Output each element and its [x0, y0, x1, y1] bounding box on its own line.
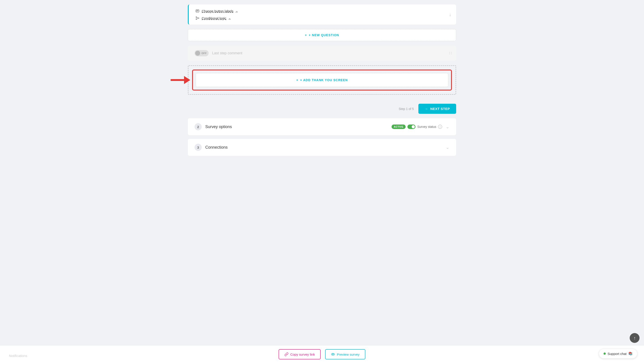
svg-point-9 [332, 354, 334, 355]
step-footer: Step 1 of 5 → NEXT STEP [188, 101, 456, 118]
toggle-label: OFF [202, 52, 207, 54]
svg-point-3 [196, 17, 196, 17]
red-arrow [170, 76, 190, 84]
last-step-drag-icon: ∷ [449, 51, 452, 56]
thank-you-section: + + ADD THANK YOU SCREEN [188, 65, 456, 95]
add-thank-you-label: + ADD THANK YOU SCREEN [300, 78, 348, 82]
survey-options-card[interactable]: 2 Survey options ACTIVE Survey status i … [188, 118, 456, 135]
svg-line-7 [196, 18, 198, 19]
preview-button[interactable]: Preview survey [325, 349, 366, 360]
survey-status-row: ACTIVE Survey status i [392, 124, 442, 129]
conditional-logic-row[interactable]: Conditional logic ⌄ [196, 16, 450, 20]
chevron-icon-2: ⌄ [228, 16, 231, 20]
svg-point-4 [196, 19, 196, 19]
label-icon [196, 9, 200, 13]
step-info: Step 1 of 5 [399, 107, 414, 111]
section-number-3: 3 [194, 144, 202, 151]
section-chevron-2: ⌄ [446, 124, 450, 129]
change-button-labels-row[interactable]: Change button labels ⌄ [196, 9, 450, 13]
options-card: Change button labels ⌄ Conditional logic… [188, 4, 456, 24]
add-thank-you-button[interactable]: + + ADD THANK YOU SCREEN [196, 73, 448, 87]
section-chevron-3: ⌄ [446, 145, 450, 150]
last-step-placeholder: Last step comment [212, 51, 242, 55]
eye-icon [331, 352, 335, 356]
plus-icon: + [305, 33, 307, 37]
info-icon[interactable]: i [438, 125, 442, 129]
scroll-top-button[interactable]: ↑ [630, 333, 640, 343]
support-chat-label: Support chat [608, 352, 626, 356]
support-emoji: 📚 [628, 352, 632, 356]
active-badge: ACTIVE [392, 124, 406, 129]
bottom-bar: Notifications Copy survey link Preview s… [0, 345, 644, 363]
svg-line-6 [196, 17, 198, 18]
new-question-label: + NEW QUESTION [309, 33, 339, 37]
plus-icon-2: + [296, 78, 298, 82]
connections-title: Connections [205, 145, 442, 150]
change-button-labels-text: Change button labels [202, 9, 234, 13]
drag-handle: ↓ [449, 12, 452, 17]
arrow-head [184, 76, 190, 84]
connections-card[interactable]: 3 Connections ⌄ [188, 139, 456, 156]
link-icon [284, 352, 288, 356]
copy-link-label: Copy survey link [290, 353, 315, 356]
arrow-right-icon: → [425, 107, 428, 111]
next-step-button[interactable]: → NEXT STEP [418, 104, 456, 114]
last-step-card: OFF Last step comment ∷ [188, 46, 456, 61]
active-toggle[interactable] [408, 124, 416, 129]
new-question-button[interactable]: + + NEW QUESTION [188, 29, 456, 41]
support-chat-button[interactable]: Support chat 📚 [599, 349, 637, 359]
survey-options-title: Survey options [205, 124, 388, 129]
copy-link-button[interactable]: Copy survey link [278, 349, 321, 360]
chevron-icon: ⌄ [236, 9, 238, 12]
logic-icon [196, 16, 200, 20]
support-dot [604, 353, 606, 355]
next-step-label: NEXT STEP [430, 107, 450, 111]
survey-status-text: Survey status [417, 125, 436, 128]
conditional-logic-text: Conditional logic [202, 16, 226, 20]
arrow-shaft [170, 79, 184, 81]
arrow-up-icon: ↑ [634, 336, 636, 341]
notifications-label: Notifications [9, 354, 27, 358]
toggle-circle [195, 51, 200, 56]
last-step-toggle[interactable]: OFF [194, 50, 209, 56]
svg-point-5 [198, 18, 199, 18]
red-highlight-box: + + ADD THANK YOU SCREEN [192, 69, 452, 90]
preview-label: Preview survey [337, 353, 360, 356]
section-number-2: 2 [194, 123, 202, 130]
svg-point-8 [332, 354, 335, 356]
